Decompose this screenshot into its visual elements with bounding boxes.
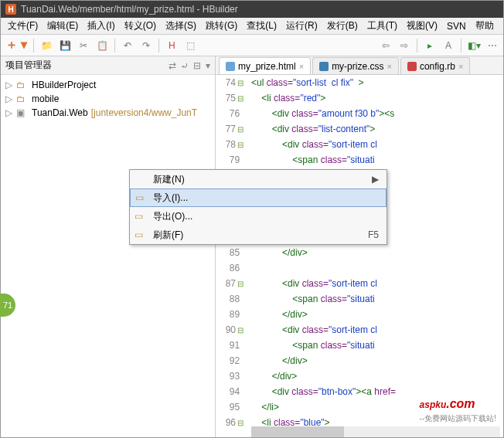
editor-tabs: my_prize.html×my-prize.css×config.rb×	[216, 56, 503, 75]
import-icon: ▭	[135, 192, 148, 203]
code-text[interactable]: <ul class="sort-list cl fix" > <li class…	[251, 75, 503, 430]
link-icon[interactable]: ⇄	[169, 60, 176, 71]
project-tree: ▷🗀HBuilderProject▷🗀mobile▷▣TuanDai.Web […	[1, 75, 215, 123]
context-menu-item[interactable]: ▭导出(O)...	[130, 207, 387, 226]
shortcut: F5	[368, 229, 379, 240]
menu-icon[interactable]: ▾	[206, 60, 210, 71]
menu-item[interactable]: 转义(O)	[121, 18, 160, 34]
context-menu-item[interactable]: ▭刷新(F)F5	[130, 226, 387, 244]
run-icon[interactable]: ▸	[424, 39, 436, 52]
tool-icon[interactable]: ⬚	[184, 39, 196, 52]
close-icon[interactable]: ×	[387, 62, 391, 71]
menu-item[interactable]: SVN	[443, 19, 470, 33]
node-label: mobile	[32, 93, 59, 104]
app-icon: H	[5, 4, 16, 15]
title-bar: H TuanDai.Web/member/html/my_prize.html …	[1, 1, 503, 18]
context-menu-item[interactable]: ▭导入(I)...	[130, 188, 387, 207]
folder-icon: 🗀	[16, 93, 29, 104]
node-extra: [junteversion4/www_JunT	[91, 107, 197, 118]
cut-icon[interactable]: ✂	[77, 39, 90, 52]
menu-item-label: 新建(N)	[153, 173, 185, 186]
paste-icon[interactable]: 📋	[96, 39, 108, 52]
h-scrollbar[interactable]	[251, 426, 500, 437]
watermark: aspku.com --免费网站源码下载站!	[420, 389, 496, 424]
menu-item[interactable]: 选择(S)	[162, 18, 200, 34]
file-css-icon	[319, 62, 329, 71]
code-editor[interactable]: 74⊟75⊟76 77⊟78⊟79 80 81 82 83 84 85 86 8…	[216, 75, 503, 438]
tab-label: my-prize.css	[332, 61, 383, 72]
menu-item-label: 导出(O)...	[153, 210, 192, 223]
file-html-icon	[226, 62, 235, 71]
close-icon[interactable]: ×	[458, 62, 463, 71]
context-menu: 新建(N)▶▭导入(I)...▭导出(O)...▭刷新(F)F5	[129, 169, 387, 245]
menu-item-label: 刷新(F)	[153, 229, 183, 242]
node-label: HBuilderProject	[32, 80, 96, 90]
panel-title: 项目管理器	[5, 59, 164, 72]
h-icon[interactable]: H	[165, 39, 178, 52]
refresh-icon: ▭	[135, 229, 147, 240]
menu-item[interactable]: 工具(T)	[363, 18, 401, 34]
window-title: TuanDai.Web/member/html/my_prize.html - …	[21, 4, 238, 15]
box-icon[interactable]: ◧▾	[468, 39, 480, 52]
menu-item[interactable]: 跳转(G)	[202, 18, 241, 34]
folder-icon[interactable]: 📁	[40, 39, 53, 52]
scrollbar-thumb[interactable]	[251, 426, 344, 437]
save-icon[interactable]: 💾	[59, 39, 71, 52]
menu-item[interactable]: 编辑(E)	[43, 18, 82, 34]
editor-tab[interactable]: my_prize.html×	[219, 57, 311, 74]
close-icon[interactable]: ×	[299, 62, 304, 71]
menu-bar: 文件(F)编辑(E)插入(I)转义(O)选择(S)跳转(G)查找(L)运行(R)…	[1, 18, 503, 35]
file-rb-icon	[407, 62, 417, 71]
tab-label: my_prize.html	[238, 61, 296, 72]
menu-item[interactable]: 帮助	[472, 18, 498, 34]
panel-header: 项目管理器 ⇄ ⤾ ⊟ ▾	[1, 56, 215, 75]
folder-icon: 🗀	[16, 80, 29, 90]
menu-item[interactable]: 文件(F)	[4, 18, 42, 34]
undo-icon[interactable]: ↶	[121, 39, 134, 52]
project-panel: 项目管理器 ⇄ ⤾ ⊟ ▾ ▷🗀HBuilderProject▷🗀mobile▷…	[1, 56, 216, 438]
a-icon[interactable]: A	[442, 39, 455, 52]
toolbar: ＋ ▾ 📁 💾 ✂ 📋 ↶ ↷ H ⬚ ⇦ ⇨ ▸ A ◧▾ ⋯	[1, 35, 503, 56]
editor-area: my_prize.html×my-prize.css×config.rb× 74…	[216, 56, 503, 438]
twist-icon[interactable]: ▷	[5, 107, 13, 118]
tree-node[interactable]: ▷▣TuanDai.Web [junteversion4/www_JunT	[2, 106, 213, 120]
redo-icon[interactable]: ↷	[140, 39, 152, 52]
twist-icon[interactable]: ▷	[5, 93, 13, 104]
submenu-arrow-icon: ▶	[372, 174, 379, 185]
menu-item[interactable]: 视图(V)	[403, 18, 441, 34]
new-button[interactable]: ＋ ▾	[5, 37, 27, 53]
menu-item[interactable]: 发行(B)	[323, 18, 362, 34]
more-icon[interactable]: ⋯	[486, 39, 499, 52]
fwd-icon[interactable]: ⇨	[398, 39, 410, 52]
back-icon[interactable]: ⇦	[380, 39, 392, 52]
menu-item[interactable]: 查找(L)	[243, 18, 281, 34]
collapse-icon[interactable]: ⊟	[193, 60, 201, 71]
folder-icon: ▣	[16, 107, 29, 118]
tree-node[interactable]: ▷🗀HBuilderProject	[2, 78, 213, 92]
menu-item[interactable]: 运行(R)	[282, 18, 322, 34]
tab-label: config.rb	[420, 61, 455, 72]
context-menu-item[interactable]: 新建(N)▶	[130, 170, 387, 188]
tree-node[interactable]: ▷🗀mobile	[2, 92, 213, 106]
editor-tab[interactable]: my-prize.css×	[312, 57, 399, 74]
editor-tab[interactable]: config.rb×	[400, 57, 470, 74]
export-icon: ▭	[135, 211, 147, 222]
node-label: TuanDai.Web	[32, 107, 88, 118]
gutter: 74⊟75⊟76 77⊟78⊟79 80 81 82 83 84 85 86 8…	[216, 75, 248, 430]
refresh-icon[interactable]: ⤾	[181, 60, 189, 71]
menu-item[interactable]: 插入(I)	[83, 18, 118, 34]
menu-item-label: 导入(I)...	[153, 192, 188, 205]
twist-icon[interactable]: ▷	[5, 80, 13, 90]
